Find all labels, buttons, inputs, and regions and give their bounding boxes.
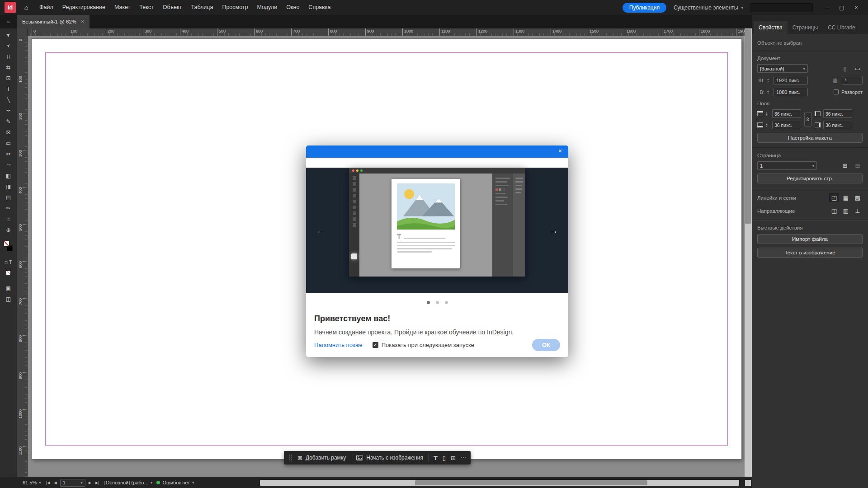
delete-page-icon[interactable]: ⊟	[853, 161, 863, 170]
formatting-affects-text-icon[interactable]: T	[9, 260, 12, 265]
page-number-field[interactable]: 1 ▾	[60, 479, 85, 487]
show-on-startup-checkbox[interactable]: ✓	[373, 342, 378, 348]
add-text-button[interactable]: T	[434, 455, 438, 461]
remind-later-link[interactable]: Напомнить позже	[314, 342, 363, 348]
drag-handle[interactable]	[288, 454, 292, 461]
vertical-scrollbar[interactable]	[745, 28, 752, 477]
rectangle-tool[interactable]: ▭	[3, 138, 14, 149]
landscape-orientation-icon[interactable]: ▭	[853, 64, 863, 73]
fill-swatch[interactable]	[4, 241, 9, 247]
page-select[interactable]: 1 ▾	[757, 161, 817, 170]
note-tool[interactable]: ▤	[3, 192, 14, 203]
horizontal-scrollbar[interactable]	[260, 480, 739, 486]
gradient-feather-tool[interactable]: ◨	[3, 181, 14, 192]
columns-field[interactable]: 1	[842, 76, 863, 84]
panel-expander-icon[interactable]: »	[0, 19, 17, 24]
fill-stroke-swatches[interactable]	[3, 240, 14, 253]
minimize-icon[interactable]: –	[820, 0, 835, 15]
document-preset-select[interactable]: [Заказной] ▾	[757, 64, 808, 73]
screen-mode-icon[interactable]: ◫	[6, 296, 11, 302]
carousel-dot[interactable]	[436, 301, 439, 304]
add-frame-button[interactable]: ⊠ Добавить рамку	[297, 455, 346, 461]
preflight-profile-dropdown[interactable]: [Основной] (рабо... ▾	[104, 480, 153, 485]
margin-left-field[interactable]: 36 пикс.	[823, 109, 852, 118]
tab-close-icon[interactable]: ×	[81, 19, 84, 25]
horizontal-scrollbar-thumb[interactable]	[415, 480, 647, 485]
hand-tool[interactable]: ☝	[3, 214, 14, 225]
view-mode-icon[interactable]: ▣	[6, 285, 11, 291]
tab-pages[interactable]: Страницы	[788, 21, 823, 34]
link-margins-icon[interactable]: ∞	[804, 112, 811, 127]
zoom-dropdown[interactable]: 61.5% ▾	[23, 480, 41, 485]
scissors-tool[interactable]: ✂	[3, 149, 14, 160]
carousel-prev-icon[interactable]: ←	[316, 225, 326, 236]
menu-item[interactable]: Редактирование	[58, 0, 110, 15]
v-ruler[interactable]: 010020030040050060070080090010001100	[17, 36, 28, 477]
guides-icon[interactable]: ◫	[829, 206, 839, 215]
direct-selection-tool[interactable]: ➢	[3, 40, 14, 51]
menu-item[interactable]: Объект	[158, 0, 187, 15]
margin-top-stepper[interactable]: ▴▾	[766, 112, 769, 116]
height-stepper[interactable]: ▴▾	[767, 90, 771, 94]
smart-guides-icon[interactable]: ⊥	[853, 206, 863, 215]
width-stepper[interactable]: ▴▾	[767, 78, 771, 83]
close-icon[interactable]: ×	[849, 0, 863, 15]
maximize-icon[interactable]: ▢	[835, 0, 849, 15]
document-tab[interactable]: Безымянный-1 @ 62% ×	[17, 15, 90, 28]
content-collector-tool[interactable]: ⊡	[3, 73, 14, 84]
carousel-dot[interactable]	[427, 301, 430, 304]
publish-button[interactable]: Публикация	[623, 3, 666, 13]
margin-top-field[interactable]: 36 пикс.	[772, 109, 801, 118]
menu-item[interactable]: Текст	[135, 0, 158, 15]
dialog-close-icon[interactable]: ×	[556, 147, 564, 155]
margin-bottom-stepper[interactable]: ▴▾	[766, 123, 769, 127]
insert-page-icon[interactable]: ⊞	[840, 161, 850, 170]
menu-item[interactable]: Просмотр	[217, 0, 252, 15]
vertical-scrollbar-thumb[interactable]	[745, 29, 751, 224]
zoom-tool[interactable]: ⊕	[3, 225, 14, 235]
prev-page-icon[interactable]: ◀	[53, 481, 58, 485]
layout-adjust-button[interactable]: Настройка макета	[757, 133, 863, 143]
h-ruler[interactable]: 0100200300400500600700800900100011001200…	[28, 28, 745, 36]
menu-item[interactable]: Макет	[110, 0, 135, 15]
column-guides-icon[interactable]: ▥	[841, 206, 851, 215]
portrait-orientation-icon[interactable]: ▯	[840, 64, 850, 73]
import-file-button[interactable]: Импорт файла	[757, 234, 863, 244]
line-tool[interactable]: ╲	[3, 94, 14, 105]
home-icon[interactable]: ⌂	[21, 4, 31, 11]
page-tool[interactable]: ▯	[3, 51, 14, 62]
page-button[interactable]: ▯	[443, 455, 446, 461]
start-with-image-button[interactable]: Начать с изображения	[356, 455, 423, 461]
rulers-icon[interactable]: ◰	[829, 193, 839, 202]
width-field[interactable]: 1920 пикс.	[774, 76, 808, 84]
menu-item[interactable]: Таблица	[186, 0, 217, 15]
rectangle-frame-tool[interactable]: ⊠	[3, 127, 14, 138]
eyedropper-tool[interactable]: ✑	[3, 203, 14, 214]
add-page-button[interactable]: ⊞	[451, 455, 456, 461]
height-field[interactable]: 1080 пикс.	[774, 88, 808, 96]
ok-button[interactable]: ОК	[532, 339, 560, 351]
more-options-button[interactable]: ···	[461, 455, 466, 461]
tab-cc-libraries[interactable]: CC Librarie	[823, 21, 860, 34]
spread-checkbox[interactable]	[834, 89, 839, 94]
first-page-icon[interactable]: |◀	[45, 481, 51, 485]
menu-item[interactable]: Справка	[304, 0, 335, 15]
margin-bottom-field[interactable]: 36 пикс.	[772, 121, 801, 129]
edit-page-button[interactable]: Редактировать стр.	[757, 174, 863, 183]
type-tool[interactable]: T	[3, 84, 14, 94]
text-to-image-button[interactable]: Текст в изображение	[757, 248, 863, 258]
preflight-status[interactable]: Ошибок нет ▾	[156, 480, 194, 485]
menu-item[interactable]: Окно	[282, 0, 304, 15]
gap-tool[interactable]: ⇆	[3, 62, 14, 73]
pencil-tool[interactable]: ✎	[3, 116, 14, 127]
carousel-next-icon[interactable]: →	[548, 225, 558, 236]
next-page-icon[interactable]: ▶	[88, 481, 92, 485]
search-input[interactable]	[750, 3, 813, 12]
workspace-switcher[interactable]: Существенные элементы ▾	[674, 5, 743, 11]
margin-right-field[interactable]: 36 пикс.	[823, 121, 852, 129]
last-page-icon[interactable]: ▶|	[94, 481, 100, 485]
gradient-swatch-tool[interactable]: ◧	[3, 170, 14, 181]
baseline-grid-icon[interactable]: ▩	[853, 193, 863, 202]
menu-item[interactable]: Файл	[35, 0, 58, 15]
formatting-affects-container-icon[interactable]: □	[5, 260, 7, 265]
